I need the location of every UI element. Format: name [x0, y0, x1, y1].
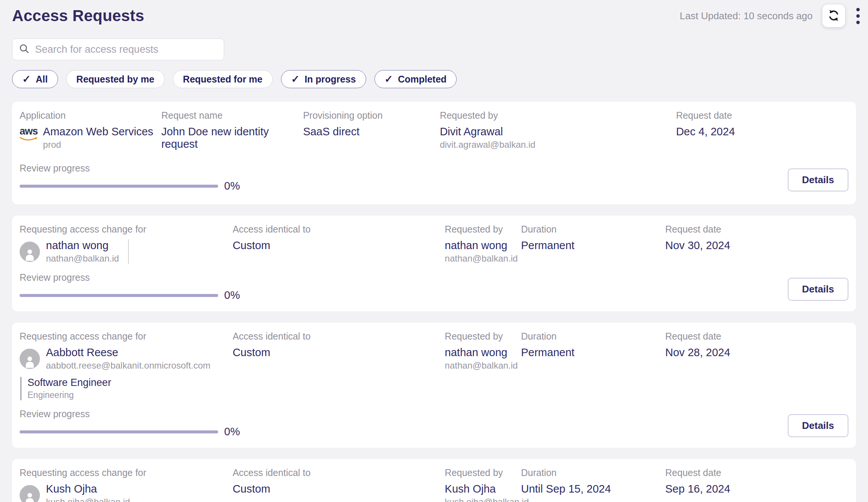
check-icon: ✓: [291, 73, 300, 85]
access-requests-page: Access Requests Last Updated: 10 seconds…: [0, 0, 868, 502]
request-date-column: Request date Dec 4, 2024: [676, 110, 848, 152]
review-progress-percent: 0%: [224, 289, 240, 302]
request-card: Requesting access change for Kush Ojha k…: [12, 459, 856, 502]
requester-email: divit.agrawal@balkan.id: [440, 139, 676, 150]
refresh-icon: [827, 9, 840, 23]
access-identical-value: Custom: [232, 346, 445, 359]
filter-chip-completed[interactable]: ✓ Completed: [374, 70, 457, 88]
filter-chip-all[interactable]: ✓ All: [12, 70, 58, 88]
provisioning-column: Provisioning option SaaS direct: [303, 110, 440, 152]
application-label: Application: [20, 110, 161, 121]
filter-chip-label: All: [36, 74, 48, 85]
target-name: Kush Ojha: [46, 483, 130, 495]
duration-column: Duration Until Sep 15, 2024: [521, 467, 665, 502]
duration-value: Permanent: [521, 239, 665, 252]
access-identical-value: Custom: [232, 239, 445, 252]
check-icon: ✓: [22, 73, 31, 85]
target-identity-column: Requesting access change for nathan wong…: [20, 224, 232, 264]
avatar: [20, 485, 40, 502]
page-header: Access Requests Last Updated: 10 seconds…: [12, 5, 856, 27]
requested-by-column: Requested by nathan wong nathan@balkan.i…: [445, 331, 521, 400]
requester-email: kush.ojha@balkan.id: [445, 497, 521, 502]
target-email: aabbott.reese@balkanit.onmicrosoft.com: [46, 360, 211, 371]
target-name: Aabbott Reese: [46, 346, 211, 359]
filter-chip-label: Completed: [398, 74, 446, 85]
request-date-column: Request date Nov 28, 2024: [665, 331, 848, 400]
application-column: Application aws Amazon Web Services prod: [20, 110, 161, 152]
refresh-button[interactable]: [822, 5, 845, 27]
avatar: [20, 242, 40, 262]
filter-chip-label: Requested by me: [76, 74, 154, 85]
check-icon: ✓: [385, 73, 393, 85]
review-progress-bar: [20, 294, 218, 297]
application-environment: prod: [43, 139, 153, 150]
details-button[interactable]: Details: [788, 168, 848, 191]
details-button[interactable]: Details: [788, 414, 848, 437]
access-identical-column: Access identical to Custom: [232, 467, 445, 502]
request-date-value: Nov 28, 2024: [665, 346, 848, 359]
target-identity-column: Requesting access change for Aabbott Ree…: [20, 331, 232, 400]
request-date-value: Sep 16, 2024: [665, 483, 848, 495]
provisioning-value: SaaS direct: [303, 126, 440, 138]
aws-logo-icon: aws: [20, 126, 38, 141]
details-button[interactable]: Details: [788, 278, 848, 301]
target-identity-column: Requesting access change for Kush Ojha k…: [20, 467, 232, 502]
search-box[interactable]: [12, 38, 224, 60]
request-date-value: Nov 30, 2024: [665, 239, 848, 252]
request-date-column: Request date Nov 30, 2024: [665, 224, 848, 264]
avatar: [20, 349, 40, 369]
filter-chip-requested-by-me[interactable]: Requested by me: [66, 70, 165, 88]
kebab-menu-icon[interactable]: [855, 6, 861, 26]
requested-by-column: Requested by nathan wong nathan@balkan.i…: [445, 224, 521, 264]
target-email: kush.ojha@balkan.id: [46, 497, 130, 502]
review-progress-percent: 0%: [224, 425, 240, 438]
requester-name: nathan wong: [445, 346, 521, 359]
filter-chip-requested-for-me[interactable]: Requested for me: [173, 70, 273, 88]
requested-by-column: Requested by Kush Ojha kush.ojha@balkan.…: [445, 467, 521, 502]
target-name: nathan wong: [46, 239, 119, 252]
duration-column: Duration Permanent: [521, 331, 665, 400]
search-icon: [18, 43, 30, 56]
role-block: Software Engineer Engineering: [20, 377, 232, 400]
request-date-value: Dec 4, 2024: [676, 126, 848, 138]
filter-chips: ✓ All Requested by me Requested for me ✓…: [12, 70, 856, 88]
filter-chip-label: Requested for me: [183, 74, 263, 85]
request-date-column: Request date Sep 16, 2024: [665, 467, 848, 502]
request-name-value: John Doe new identity request: [161, 126, 303, 150]
requester-email: nathan@balkan.id: [445, 360, 521, 371]
duration-value: Permanent: [521, 346, 665, 359]
request-name-column: Request name John Doe new identity reque…: [161, 110, 303, 152]
duration-value: Until Sep 15, 2024: [521, 483, 665, 495]
requester-name: Divit Agrawal: [440, 126, 676, 138]
review-progress-bar: [20, 430, 218, 433]
access-identical-value: Custom: [232, 483, 445, 495]
last-updated-text: Last Updated: 10 seconds ago: [680, 10, 813, 22]
search-input[interactable]: [35, 44, 218, 55]
filter-chip-in-progress[interactable]: ✓ In progress: [281, 70, 366, 88]
review-progress-block: Review progress 0%: [20, 272, 240, 302]
access-identical-column: Access identical to Custom: [232, 224, 445, 264]
requested-by-column: Requested by Divit Agrawal divit.agrawal…: [440, 110, 676, 152]
duration-column: Duration Permanent: [521, 224, 665, 264]
role-title: Software Engineer: [28, 377, 232, 389]
review-progress-block: Review progress 0%: [20, 409, 240, 438]
requester-name: nathan wong: [445, 239, 521, 252]
page-title: Access Requests: [12, 5, 144, 25]
role-department: Engineering: [28, 390, 232, 400]
header-actions: Last Updated: 10 seconds ago: [680, 5, 861, 27]
target-email: nathan@balkan.id: [46, 253, 119, 264]
application-name: Amazon Web Services: [43, 126, 153, 138]
review-progress-block: Review progress 0%: [20, 163, 240, 192]
requester-email: nathan@balkan.id: [445, 253, 521, 264]
request-card: Requesting access change for nathan wong…: [12, 216, 856, 311]
request-card: Application aws Amazon Web Services prod: [12, 102, 856, 204]
access-identical-column: Access identical to Custom: [232, 331, 445, 400]
request-card: Requesting access change for Aabbott Ree…: [12, 323, 856, 448]
requester-name: Kush Ojha: [445, 483, 521, 495]
review-progress-bar: [20, 185, 218, 188]
review-progress-percent: 0%: [224, 180, 240, 192]
filter-chip-label: In progress: [304, 74, 356, 85]
